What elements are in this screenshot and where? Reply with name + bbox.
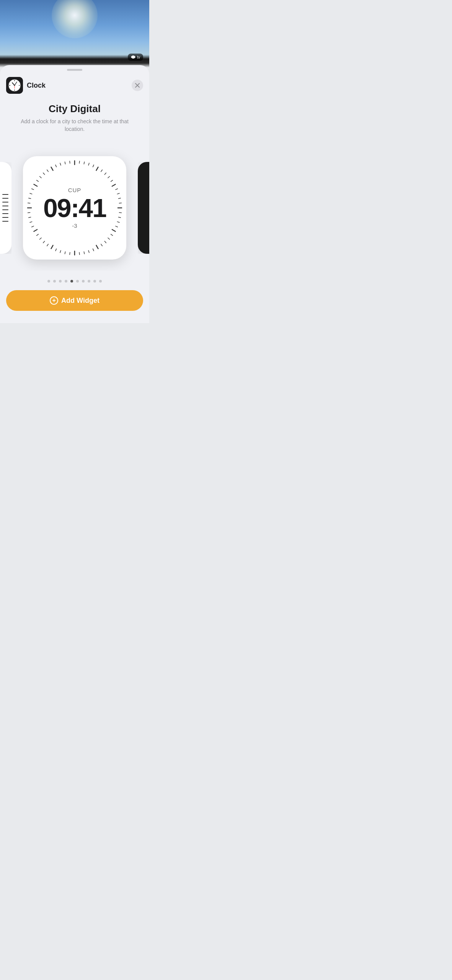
bottom-sheet: Clock City Digital Add a clock for a cit… bbox=[0, 65, 149, 323]
svg-line-13 bbox=[79, 161, 80, 163]
side-line bbox=[2, 198, 8, 199]
svg-line-31 bbox=[116, 226, 117, 227]
svg-line-18 bbox=[101, 170, 103, 172]
svg-line-62 bbox=[34, 185, 37, 186]
widget-inner: CUP 09:41 -3 bbox=[43, 187, 106, 229]
side-line bbox=[2, 206, 8, 206]
add-widget-button[interactable]: + Add Widget bbox=[6, 290, 143, 311]
svg-line-46 bbox=[55, 249, 56, 251]
svg-line-69 bbox=[60, 163, 61, 165]
plus-icon: + bbox=[50, 296, 58, 305]
pagination-dots bbox=[47, 280, 102, 283]
svg-line-70 bbox=[65, 162, 65, 164]
svg-line-50 bbox=[40, 238, 41, 239]
svg-line-66 bbox=[47, 170, 49, 172]
svg-line-19 bbox=[104, 173, 106, 175]
svg-line-65 bbox=[43, 173, 45, 175]
svg-line-71 bbox=[70, 161, 70, 163]
svg-line-51 bbox=[36, 234, 38, 236]
side-line bbox=[2, 194, 8, 195]
offset-label: -3 bbox=[72, 222, 77, 229]
pagination-dot-8 bbox=[93, 280, 96, 283]
svg-line-35 bbox=[104, 241, 106, 243]
drag-handle[interactable] bbox=[67, 69, 82, 71]
svg-line-15 bbox=[88, 163, 89, 165]
svg-line-20 bbox=[108, 176, 109, 178]
svg-line-28 bbox=[119, 212, 121, 213]
svg-line-26 bbox=[119, 203, 121, 203]
pagination-dot-7 bbox=[88, 280, 90, 283]
pagination-dot-0 bbox=[47, 280, 50, 283]
svg-line-48 bbox=[47, 244, 49, 246]
svg-line-33 bbox=[111, 234, 113, 236]
app-name: Clock bbox=[27, 82, 46, 90]
svg-line-16 bbox=[93, 165, 94, 167]
svg-line-47 bbox=[51, 245, 53, 249]
widget-title: City Digital bbox=[49, 103, 101, 115]
apple-tv-badge: tv bbox=[128, 54, 143, 61]
svg-line-63 bbox=[36, 180, 38, 182]
time-display: 09:41 bbox=[43, 195, 106, 221]
pagination-dot-1 bbox=[53, 280, 56, 283]
svg-line-61 bbox=[32, 189, 34, 189]
app-info: Clock bbox=[6, 77, 46, 94]
side-widget-right bbox=[138, 162, 149, 254]
svg-line-14 bbox=[84, 162, 84, 164]
widget-description: Add a clock for a city to check the time… bbox=[0, 118, 149, 133]
city-label: CUP bbox=[68, 187, 82, 193]
side-line bbox=[2, 202, 8, 203]
svg-line-36 bbox=[101, 244, 103, 246]
close-button[interactable] bbox=[132, 80, 143, 91]
side-line bbox=[2, 221, 8, 222]
main-widget: // We'll do this via JS below CUP 09:41 … bbox=[23, 156, 126, 260]
side-line bbox=[2, 217, 8, 218]
svg-line-41 bbox=[79, 252, 80, 255]
pagination-dot-3 bbox=[65, 280, 67, 283]
svg-line-56 bbox=[28, 212, 30, 213]
add-widget-label: Add Widget bbox=[61, 297, 100, 305]
sheet-header: Clock bbox=[0, 77, 149, 94]
side-widget-left bbox=[0, 162, 11, 254]
widget-carousel[interactable]: // We'll do this via JS below CUP 09:41 … bbox=[0, 145, 149, 271]
svg-line-59 bbox=[29, 198, 31, 199]
svg-line-64 bbox=[40, 176, 41, 178]
svg-line-55 bbox=[29, 217, 31, 217]
svg-line-58 bbox=[28, 203, 30, 203]
svg-line-37 bbox=[96, 245, 98, 249]
svg-line-22 bbox=[112, 185, 116, 186]
pagination-dot-4 bbox=[70, 280, 73, 283]
svg-line-32 bbox=[112, 230, 116, 232]
svg-line-54 bbox=[30, 222, 32, 222]
svg-line-45 bbox=[60, 250, 61, 253]
svg-line-44 bbox=[65, 252, 65, 254]
svg-line-39 bbox=[88, 250, 89, 253]
close-icon bbox=[135, 83, 140, 88]
svg-line-21 bbox=[111, 180, 113, 182]
app-icon bbox=[6, 77, 23, 94]
svg-line-67 bbox=[51, 167, 53, 171]
pagination-dot-6 bbox=[82, 280, 85, 283]
side-line bbox=[2, 213, 8, 214]
svg-line-24 bbox=[117, 193, 119, 194]
svg-line-23 bbox=[116, 189, 117, 189]
svg-line-68 bbox=[55, 165, 56, 167]
pagination-dot-5 bbox=[76, 280, 79, 283]
apple-tv-label: tv bbox=[137, 55, 140, 59]
pagination-dot-2 bbox=[59, 280, 62, 283]
svg-line-25 bbox=[118, 198, 121, 199]
svg-line-49 bbox=[43, 241, 45, 243]
svg-line-43 bbox=[70, 252, 70, 255]
svg-line-52 bbox=[34, 230, 37, 232]
pagination-dot-9 bbox=[99, 280, 102, 283]
side-lines bbox=[2, 194, 8, 222]
svg-line-60 bbox=[30, 193, 32, 194]
svg-line-29 bbox=[118, 217, 121, 217]
svg-line-30 bbox=[117, 222, 119, 222]
svg-line-53 bbox=[32, 226, 34, 227]
svg-point-9 bbox=[14, 85, 15, 86]
clock-app-icon-svg bbox=[6, 77, 23, 94]
svg-line-17 bbox=[96, 167, 98, 171]
svg-line-34 bbox=[108, 238, 109, 239]
carousel-track: // We'll do this via JS below CUP 09:41 … bbox=[0, 150, 149, 265]
side-line bbox=[2, 209, 8, 210]
